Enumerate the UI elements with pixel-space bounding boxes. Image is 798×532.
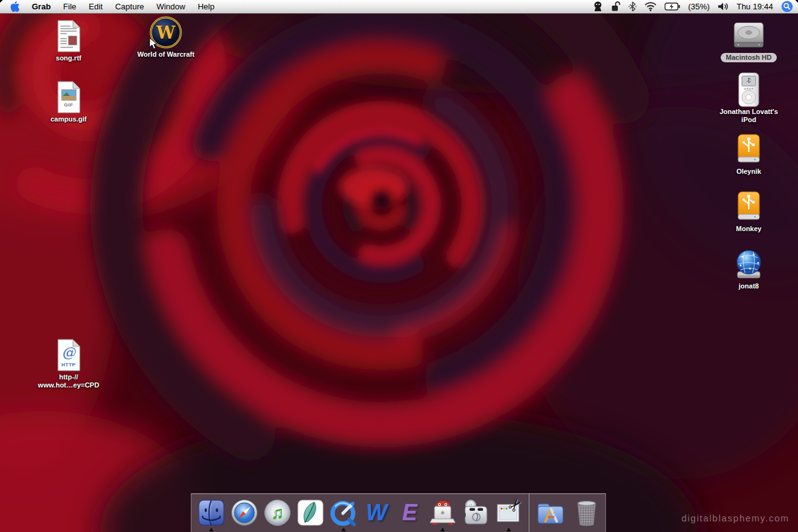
wallpaper-watermark: digitalblasphemy.com: [681, 513, 789, 523]
dock-applications-folder-icon[interactable]: [536, 495, 565, 531]
http-webloc-icon: @ HTTP: [52, 339, 85, 371]
desktop-icon-ipod[interactable]: Jonathan Lovatt's iPod: [711, 74, 786, 124]
desktop-icon-world-of-warcraft[interactable]: W World of Warcraft: [128, 16, 203, 59]
dock-finder-icon[interactable]: [196, 495, 226, 531]
menu-file[interactable]: File: [63, 2, 76, 11]
dock-laptop-app-icon[interactable]: [428, 495, 458, 531]
internal-drive-icon: [733, 19, 765, 51]
entourage-letter: E: [395, 495, 425, 531]
screen-corner: [0, 0, 4, 4]
at-sign-glyph: @: [52, 344, 85, 360]
ipod-icon: [733, 74, 765, 106]
dock-apps: ♫ W: [191, 495, 527, 532]
desktop-icon-macintosh-hd[interactable]: Macintosh HD: [711, 19, 786, 62]
menu-help[interactable]: Help: [198, 2, 214, 11]
itunes-note-glyph: ♫: [262, 495, 292, 531]
dock-quicktime-icon[interactable]: [329, 495, 358, 531]
running-indicator: [341, 528, 346, 531]
usb-drive-icon: [733, 191, 765, 223]
desktop: Grab File Edit Capture Window Help: [0, 0, 798, 532]
lock-open-icon[interactable]: [611, 1, 620, 12]
desktop-icon-web-location[interactable]: @ HTTP http-// www.hot…ey=CPD: [31, 339, 106, 389]
rtf-document-icon: [52, 20, 85, 52]
dock-word-icon[interactable]: W: [362, 495, 392, 531]
icon-label: jonat8: [739, 282, 759, 290]
usb-drive-icon: [733, 133, 765, 166]
menu-app-name[interactable]: Grab: [32, 2, 50, 11]
dock-grab-icon[interactable]: ✂: [494, 495, 524, 531]
http-badge: HTTP: [52, 362, 85, 368]
icon-label: World of Warcraft: [137, 50, 195, 59]
desktop-icon-monkey[interactable]: Monkey: [711, 191, 786, 233]
running-indicator: [506, 528, 511, 531]
wallpaper-rose: [0, 0, 798, 532]
icon-label: Jonathan Lovatt's: [719, 108, 778, 116]
menu-capture[interactable]: Capture: [115, 2, 144, 11]
menu-edit[interactable]: Edit: [89, 2, 102, 11]
menu-window[interactable]: Window: [156, 2, 185, 11]
network-drive-icon: [733, 248, 765, 280]
icon-label: Oleynik: [736, 168, 761, 176]
dock-right-section[interactable]: [529, 493, 607, 532]
desktop-icon-song-rtf[interactable]: song.rtf: [31, 20, 106, 62]
icon-label: campus.gif: [50, 115, 87, 123]
dock-itunes-icon[interactable]: ♫: [262, 495, 292, 531]
battery-charging-icon[interactable]: [665, 2, 680, 11]
menu-bar-clock[interactable]: Thu 19:44: [736, 2, 773, 11]
bluetooth-icon[interactable]: [628, 1, 637, 12]
desktop-icon-campus-gif[interactable]: GIF campus.gif: [31, 81, 106, 123]
dock-entourage-icon[interactable]: E: [395, 495, 425, 531]
mouse-cursor: [149, 37, 158, 50]
apple-menu-icon[interactable]: [10, 1, 19, 12]
dock-photoshop-icon[interactable]: [296, 495, 325, 531]
screen-corner: [794, 0, 798, 4]
icon-label: http-//: [59, 373, 79, 381]
icon-label: www.hot…ey=CPD: [38, 381, 99, 389]
gif-badge: GIF: [52, 102, 85, 108]
running-indicator: [209, 528, 214, 531]
wifi-icon[interactable]: [645, 2, 656, 11]
battery-percentage: (35%): [688, 2, 710, 11]
word-letter: W: [362, 495, 392, 531]
icon-label: Monkey: [736, 225, 762, 233]
dock-safari-icon[interactable]: [229, 495, 259, 531]
spotlight-icon[interactable]: [781, 1, 793, 12]
volume-icon[interactable]: [718, 2, 728, 11]
icon-label-selected: Macintosh HD: [721, 53, 776, 62]
icon-label: iPod: [741, 116, 756, 124]
gif-image-icon: GIF: [52, 81, 85, 113]
running-indicator: [440, 528, 445, 531]
icon-label: song.rtf: [56, 54, 82, 62]
dock-toast-icon[interactable]: [461, 495, 491, 531]
dock: ♫ W: [191, 493, 606, 532]
desktop-icon-oleynik[interactable]: Oleynik: [711, 133, 786, 176]
desktop-icon-jonat8[interactable]: jonat8: [711, 248, 786, 290]
menu-bar: Grab File Edit Capture Window Help: [0, 0, 798, 14]
dock-trash-icon[interactable]: [572, 495, 602, 531]
webcam-icon[interactable]: [593, 1, 603, 12]
